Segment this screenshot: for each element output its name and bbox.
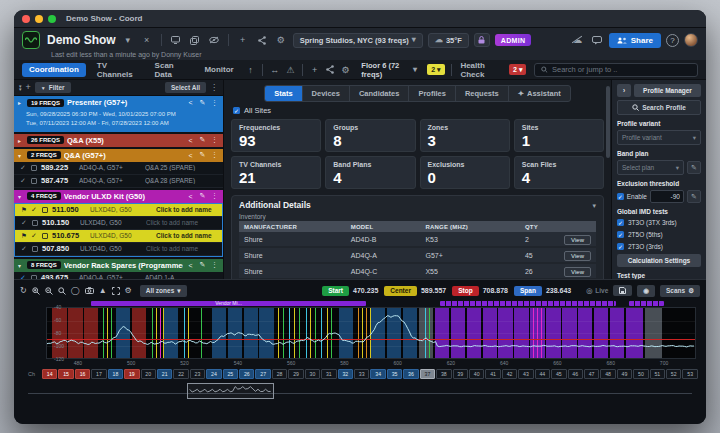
channel-cell[interactable]: 23 (190, 369, 205, 379)
tab-requests[interactable]: Requests (456, 86, 509, 101)
channel-cell[interactable]: 50 (633, 369, 648, 379)
channel-cell[interactable]: 26 (239, 369, 254, 379)
channel-cell[interactable]: 48 (600, 369, 615, 379)
marker-start[interactable]: Start470.235 (322, 286, 378, 296)
channel-cell[interactable]: 36 (403, 369, 418, 379)
show-selector-chevron-icon[interactable]: ▾ (121, 34, 135, 47)
zones-selector[interactable]: All zones ▾ (140, 285, 187, 297)
edit-threshold-button[interactable]: ✎ (687, 190, 701, 203)
channel-cell[interactable]: 32 (338, 369, 353, 379)
group-span-bar[interactable] (629, 301, 664, 306)
profile-manager-button[interactable]: Profile Manager (634, 84, 701, 97)
weather-widget[interactable]: ☁ 35°F (428, 33, 469, 48)
channel-cell[interactable]: 33 (354, 369, 369, 379)
add-icon[interactable]: + (236, 34, 250, 47)
search-input[interactable] (552, 65, 691, 74)
zoom-out-icon[interactable] (45, 287, 53, 295)
row-checkbox[interactable] (31, 178, 37, 184)
marker-span[interactable]: Span238.643 (514, 286, 571, 296)
filter-button[interactable]: ▼ Filter (35, 82, 71, 93)
frequency-row[interactable]: ✓ 510.150 ULXD4D, G50 Click to add name (15, 217, 222, 230)
tab-devices[interactable]: Devices (303, 86, 350, 101)
tab-coordination[interactable]: Coordination (22, 63, 86, 77)
channel-cell[interactable]: 46 (568, 369, 583, 379)
channel-cell[interactable]: 29 (288, 369, 303, 379)
floor-selector[interactable]: Floor 6 (72 freqs) ▾ (355, 59, 423, 81)
add-group-icon[interactable]: + (26, 83, 31, 92)
zoom-select-icon[interactable] (58, 287, 66, 295)
close-window-button[interactable] (22, 15, 30, 23)
error-count-badge[interactable]: 2 ▾ (509, 64, 526, 75)
venue-selector[interactable]: Spring Studios, NYC (93 freqs) ▾ (293, 33, 423, 48)
channel-cell[interactable]: 28 (272, 369, 287, 379)
channel-name[interactable]: Q&A 25 (SPARE) (145, 164, 219, 171)
channel-cell[interactable]: 22 (173, 369, 188, 379)
user-avatar[interactable] (684, 33, 698, 47)
tab-scan-data[interactable]: Scan Data (148, 58, 194, 81)
fullscreen-icon[interactable] (112, 287, 120, 295)
zoom-window-button[interactable] (48, 15, 56, 23)
scans-button[interactable]: Scans ⚙ (660, 285, 700, 297)
ellipse-select-icon[interactable]: ◯ (71, 286, 80, 295)
channel-cell[interactable]: 31 (321, 369, 336, 379)
kebab-menu-icon[interactable]: ⋮ (210, 136, 219, 144)
live-toggle[interactable]: ◎ Live (586, 287, 608, 295)
imd-test-option[interactable]: ✓2T5O (5ths) (617, 230, 701, 239)
select-all-button[interactable]: Select All (165, 82, 206, 93)
marker-center[interactable]: Center589.557 (384, 286, 446, 296)
share-group-icon[interactable]: < (186, 99, 195, 106)
channel-cell[interactable]: 24 (206, 369, 221, 379)
channel-name-placeholder[interactable]: Click to add name (156, 206, 218, 213)
spectrum-plot[interactable] (46, 307, 696, 359)
health-check-button[interactable]: Health Check (457, 58, 505, 81)
frequency-row[interactable]: ✓ 589.225 AD4Q-A, G57+ Q&A 25 (SPARE) (14, 162, 223, 175)
frequency-row[interactable]: ✓ 507.850 ULXD4D, G50 Click to add name (15, 243, 222, 256)
group-header[interactable]: ▾ 2 FREQS Q&A (G57+) < ✎ ⋮ (14, 149, 223, 162)
external-monitor-icon[interactable]: ↑ (245, 63, 257, 76)
channel-cell[interactable]: 51 (650, 369, 665, 379)
row-checkbox[interactable] (42, 233, 48, 239)
channel-cell[interactable]: 45 (551, 369, 566, 379)
channel-cell[interactable]: 15 (58, 369, 73, 379)
channel-cell[interactable]: 34 (370, 369, 385, 379)
channel-cell[interactable]: 27 (255, 369, 270, 379)
zoom-in-icon[interactable] (32, 287, 40, 295)
group-header[interactable]: ▾ 8 FREQS Vendor Rack Spares (Programmed… (14, 259, 223, 272)
collapse-panel-button[interactable]: › (617, 84, 631, 97)
channel-cell[interactable]: 39 (453, 369, 468, 379)
save-scan-button[interactable] (613, 285, 632, 296)
span-arrows-icon[interactable]: ↔ (269, 63, 281, 76)
edit-group-icon[interactable]: ✎ (198, 136, 207, 144)
monitor-view-icon[interactable] (169, 34, 183, 47)
channel-cell[interactable]: 44 (535, 369, 550, 379)
imd-checkbox[interactable]: ✓ (617, 231, 624, 238)
frequency-row[interactable]: ✓ 587.475 AD4Q-A, G57+ Q&A 28 (SPARE) (14, 175, 223, 188)
channel-cell[interactable]: 49 (617, 369, 632, 379)
collapse-chevron-icon[interactable]: ▾ (18, 152, 24, 159)
row-checkbox[interactable] (31, 165, 37, 171)
help-button[interactable]: ? (666, 34, 679, 47)
warning-count-badge[interactable]: 2 ▾ (427, 64, 444, 75)
channel-cell[interactable]: 25 (223, 369, 238, 379)
frequency-row-selected[interactable]: ⚑ ✓ 510.675 ULXD4D, G50 Click to add nam… (15, 230, 222, 243)
share-group-icon[interactable]: < (186, 193, 195, 200)
collapse-all-icon[interactable]: ▾▾ (19, 85, 22, 91)
band-plan-select[interactable]: Select plan ▾ (617, 160, 684, 175)
edit-group-icon[interactable]: ✎ (198, 192, 207, 200)
group-header[interactable]: ▸ 19 FREQS Presenter (G57+) < ✎ ⋮ (14, 96, 223, 109)
channel-cell[interactable]: 18 (108, 369, 123, 379)
expand-chevron-icon[interactable]: ▸ (18, 137, 24, 144)
cloud-sync-off-icon[interactable]: ☁ (571, 34, 585, 47)
marker-stop[interactable]: Stop708.878 (452, 286, 508, 296)
collapse-chevron-icon[interactable]: ▾ (592, 202, 596, 209)
channel-cell[interactable]: 37 (420, 369, 435, 379)
channel-cell[interactable]: 30 (305, 369, 320, 379)
global-search[interactable] (534, 63, 698, 77)
minimap-selection-box[interactable] (187, 383, 273, 399)
camera-icon[interactable] (85, 287, 94, 294)
group-header[interactable]: ▾ 4 FREQS Vendor ULXD Kit (G50) < ✎ ⋮ (14, 190, 223, 203)
tab-assistant[interactable]: ✦ Assistant (509, 86, 570, 101)
share-button[interactable]: Share (609, 33, 661, 48)
share-zone-icon[interactable] (324, 63, 336, 76)
group-header[interactable]: ▸ 26 FREQS Q&A (X55) < ✎ ⋮ (14, 134, 223, 147)
